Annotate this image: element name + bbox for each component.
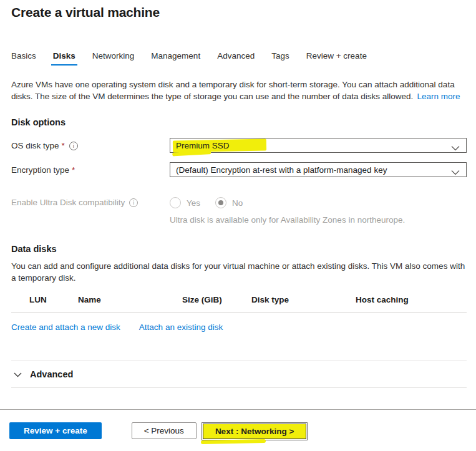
attach-existing-disk-link[interactable]: Attach an existing disk: [139, 322, 223, 332]
ultra-disk-radio-group: Yes No: [170, 195, 405, 208]
tab-disks[interactable]: Disks: [53, 51, 75, 65]
ultra-disk-note: Ultra disk is available only for Availab…: [170, 215, 405, 225]
os-disk-type-row: OS disk type * i Premium SSD: [11, 138, 467, 153]
wizard-tabs: Basics Disks Networking Management Advan…: [11, 51, 467, 65]
page-title: Create a virtual machine: [11, 5, 467, 20]
chevron-down-icon: [14, 369, 22, 379]
disk-options-form: OS disk type * i Premium SSD Encryption …: [11, 138, 467, 225]
learn-more-link[interactable]: Learn more: [417, 92, 460, 101]
column-header-size: Size (GiB): [182, 295, 251, 304]
ultra-disk-label-text: Enable Ultra Disk compatibility: [11, 198, 125, 207]
data-disks-table-header: LUN Name Size (GiB) Disk type Host cachi…: [11, 295, 467, 313]
tab-tags[interactable]: Tags: [271, 51, 289, 65]
encryption-type-value: (Default) Encryption at-rest with a plat…: [176, 165, 387, 175]
encryption-type-label: Encryption type *: [11, 162, 170, 175]
tab-basics[interactable]: Basics: [11, 51, 36, 65]
data-disks-description: You can add and configure additional dat…: [11, 260, 467, 284]
encryption-type-select[interactable]: (Default) Encryption at-rest with a plat…: [170, 162, 467, 177]
required-asterisk: *: [72, 165, 75, 175]
ultra-disk-control: Yes No Ultra disk is available only for …: [170, 195, 405, 225]
column-header-name: Name: [78, 295, 182, 304]
ultra-disk-label: Enable Ultra Disk compatibility i: [11, 195, 170, 207]
tab-advanced[interactable]: Advanced: [217, 51, 255, 65]
ultra-disk-row: Enable Ultra Disk compatibility i Yes No…: [11, 195, 467, 225]
data-disks-heading: Data disks: [11, 244, 467, 254]
info-icon[interactable]: i: [129, 198, 138, 207]
info-icon[interactable]: i: [69, 142, 78, 150]
chevron-down-icon: [451, 143, 460, 153]
radio-yes-circle[interactable]: [170, 197, 181, 208]
advanced-expander[interactable]: Advanced: [11, 361, 467, 387]
disk-options-heading: Disk options: [11, 117, 467, 127]
footer-bar: Review + create < Previous Next : Networ…: [0, 409, 476, 451]
section-divider: [11, 387, 467, 388]
required-asterisk: *: [62, 141, 65, 150]
review-create-button[interactable]: Review + create: [9, 422, 102, 439]
column-header-lun: LUN: [29, 295, 78, 304]
previous-button[interactable]: < Previous: [132, 422, 197, 439]
os-disk-type-label: OS disk type * i: [11, 138, 170, 150]
create-attach-disk-link[interactable]: Create and attach a new disk: [11, 322, 120, 332]
os-disk-type-select[interactable]: Premium SSD: [170, 138, 467, 153]
radio-no-label: No: [232, 198, 243, 208]
radio-no-circle[interactable]: [215, 197, 226, 208]
radio-yes-label: Yes: [187, 198, 200, 208]
tab-management[interactable]: Management: [151, 51, 200, 65]
next-networking-button[interactable]: Next : Networking >: [202, 422, 308, 440]
advanced-label: Advanced: [30, 369, 73, 379]
radio-yes[interactable]: Yes: [170, 197, 200, 208]
intro-description: Azure VMs have one operating system disk…: [11, 80, 455, 101]
page-content: Create a virtual machine Basics Disks Ne…: [0, 0, 476, 388]
os-disk-type-label-text: OS disk type: [11, 141, 59, 150]
column-header-host-caching: Host caching: [356, 295, 467, 304]
disk-links: Create and attach a new disk Attach an e…: [11, 322, 467, 332]
radio-no[interactable]: No: [215, 197, 243, 208]
encryption-type-label-text: Encryption type: [11, 165, 69, 175]
tab-networking[interactable]: Networking: [92, 51, 135, 65]
column-header-disk-type: Disk type: [251, 295, 356, 304]
intro-text: Azure VMs have one operating system disk…: [11, 79, 467, 102]
os-disk-type-value: Premium SSD: [176, 141, 230, 150]
tab-review-create[interactable]: Review + create: [306, 51, 367, 65]
chevron-down-icon: [451, 168, 460, 177]
encryption-type-row: Encryption type * (Default) Encryption a…: [11, 162, 467, 177]
